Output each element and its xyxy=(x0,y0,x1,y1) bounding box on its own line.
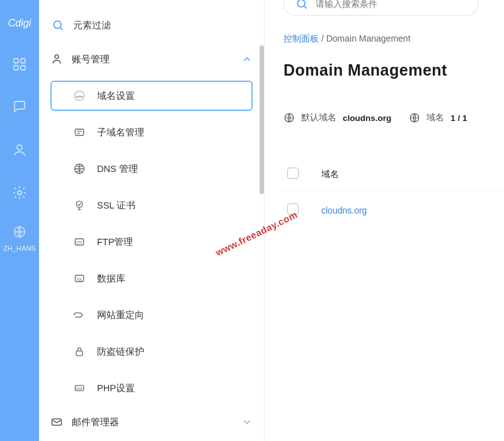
subitem-ftp[interactable]: FTP FTP管理 xyxy=(50,227,253,257)
database-icon: SQL xyxy=(73,272,86,285)
svg-text:www: www xyxy=(76,94,83,98)
row-domain[interactable]: cloudns.org xyxy=(321,205,367,215)
globe-icon xyxy=(284,112,295,123)
select-all-checkbox[interactable] xyxy=(287,168,299,179)
globe-icon[interactable] xyxy=(12,224,27,239)
subitem-label: SSL 证书 xyxy=(97,200,135,212)
subdomain-icon xyxy=(73,126,86,139)
table-row[interactable]: cloudns.org xyxy=(284,191,504,230)
gear-icon[interactable] xyxy=(12,185,27,200)
subitem-hotlink[interactable]: 防盗链保护 xyxy=(50,336,253,367)
row-checkbox[interactable] xyxy=(287,203,299,215)
stats-row: 默认域名 cloudns.org 域名 1 / 1 xyxy=(265,79,504,123)
subitem-label: DNS 管理 xyxy=(97,163,138,175)
sidebar-scrollbar[interactable] xyxy=(258,0,264,441)
search-icon xyxy=(52,19,64,32)
svg-point-22 xyxy=(297,0,305,7)
ssl-badge-icon xyxy=(73,199,86,212)
svg-rect-3 xyxy=(21,66,25,70)
subitem-ssl[interactable]: SSL 证书 xyxy=(50,190,253,220)
stat-label: 域名 xyxy=(427,112,444,123)
svg-text:PHP: PHP xyxy=(76,387,82,391)
svg-text:SQL: SQL xyxy=(76,278,83,281)
section-mail-title: 邮件管理器 xyxy=(72,416,119,428)
scrollbar-thumb[interactable] xyxy=(260,45,264,194)
sidebar-filter[interactable]: 元素过滤 xyxy=(39,19,264,47)
svg-point-4 xyxy=(17,145,22,150)
www-icon: www xyxy=(73,89,86,102)
chat-icon[interactable] xyxy=(12,100,27,115)
svg-point-7 xyxy=(54,21,61,28)
svg-rect-2 xyxy=(14,66,18,70)
php-icon: PHP xyxy=(73,382,86,394)
section-mail[interactable]: 邮件管理器 xyxy=(39,410,264,435)
mail-icon xyxy=(50,416,63,428)
col-domain: 域名 xyxy=(321,169,339,180)
breadcrumb-current: Domain Management xyxy=(326,33,411,43)
breadcrumb-sep: / xyxy=(319,33,326,43)
svg-point-8 xyxy=(55,55,59,59)
subitem-subdomain[interactable]: 子域名管理 xyxy=(50,117,253,147)
subitem-php[interactable]: PHP PHP设置 xyxy=(50,373,253,403)
subitem-label: PHP设置 xyxy=(97,382,135,394)
stat-label: 默认域名 xyxy=(301,112,336,123)
lock-icon xyxy=(73,345,86,358)
search-input[interactable] xyxy=(316,0,467,9)
domain-table: 域名 cloudns.org xyxy=(284,168,504,230)
subitem-dns[interactable]: DNS 管理 xyxy=(50,154,253,184)
ftp-icon: FTP xyxy=(73,236,86,248)
svg-text:FTP: FTP xyxy=(76,241,83,244)
redirect-icon xyxy=(73,309,86,321)
subitem-label: 子域名管理 xyxy=(97,127,144,139)
person-icon xyxy=(50,53,63,66)
stat-default-domain: 默认域名 cloudns.org xyxy=(284,112,391,123)
section-account[interactable]: 账号管理 xyxy=(39,47,264,72)
stat-value: 1 / 1 xyxy=(450,113,467,123)
subitem-label: 域名设置 xyxy=(97,90,135,102)
section-account-items: www 域名设置 子域名管理 DNS 管理 SSL 证书 FTP xyxy=(39,72,264,403)
chevron-down-icon xyxy=(241,416,253,428)
breadcrumb: 控制面板 / Domain Management xyxy=(265,22,504,45)
svg-rect-1 xyxy=(21,59,25,63)
subitem-redirect[interactable]: 网站重定向 xyxy=(50,300,253,330)
section-account-title: 账号管理 xyxy=(72,54,110,66)
table-header: 域名 xyxy=(284,168,504,191)
sidebar-filter-label: 元素过滤 xyxy=(73,20,111,32)
dns-icon xyxy=(73,163,86,175)
svg-rect-0 xyxy=(14,59,18,63)
top-search[interactable] xyxy=(284,0,479,16)
subitem-label: FTP管理 xyxy=(97,236,133,248)
language-label[interactable]: ZH_HANS xyxy=(3,244,35,252)
breadcrumb-root[interactable]: 控制面板 xyxy=(284,33,319,43)
subitem-label: 网站重定向 xyxy=(97,309,144,321)
globe-icon xyxy=(409,112,420,123)
sidebar: 元素过滤 账号管理 www 域名设置 子域名管理 xyxy=(39,0,265,441)
stat-domain-count: 域名 1 / 1 xyxy=(409,112,467,123)
subitem-database[interactable]: SQL 数据库 xyxy=(50,263,253,294)
chevron-up-icon xyxy=(241,54,253,65)
logo: Cdigi xyxy=(8,18,31,29)
nav-rail: Cdigi ZH_HANS xyxy=(0,0,39,441)
page-title: Domain Management xyxy=(265,45,504,79)
svg-point-5 xyxy=(18,191,21,195)
subitem-domain-settings[interactable]: www 域名设置 xyxy=(50,81,253,111)
main-content: 控制面板 / Domain Management Domain Manageme… xyxy=(265,0,504,441)
dashboard-icon[interactable] xyxy=(12,57,27,72)
user-icon[interactable] xyxy=(12,142,27,158)
svg-rect-18 xyxy=(76,351,83,356)
search-icon xyxy=(295,0,308,10)
subitem-label: 防盗链保护 xyxy=(97,346,144,358)
svg-rect-11 xyxy=(75,129,83,135)
stat-value: cloudns.org xyxy=(343,113,391,123)
subitem-label: 数据库 xyxy=(97,273,125,285)
